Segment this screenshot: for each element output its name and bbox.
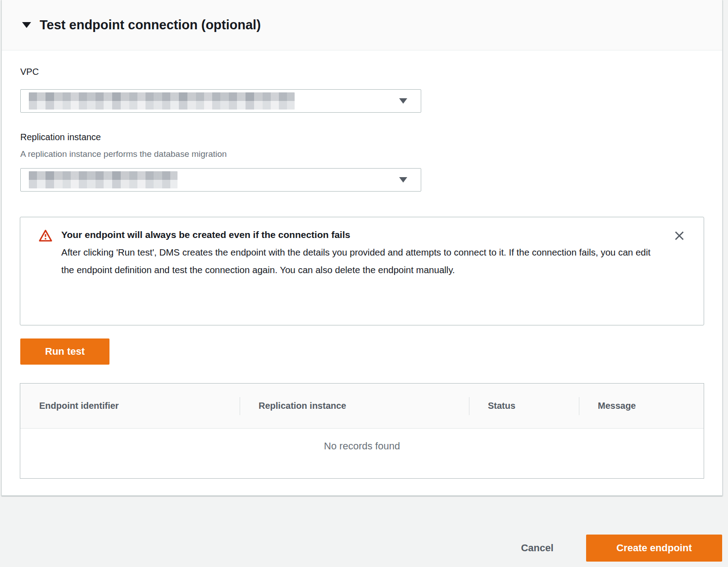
vpc-label: VPC <box>20 67 39 77</box>
collapse-section-icon[interactable] <box>22 22 31 28</box>
table-empty-state: No records found <box>20 429 704 452</box>
vpc-select[interactable] <box>20 89 421 113</box>
run-test-button[interactable]: Run test <box>20 338 109 365</box>
cancel-button[interactable]: Cancel <box>507 535 568 562</box>
create-endpoint-button[interactable]: Create endpoint <box>586 535 722 562</box>
column-header-endpoint-identifier: Endpoint identifier <box>20 384 240 428</box>
warning-triangle-icon <box>39 229 52 244</box>
table-header-row: Endpoint identifier Replication instance… <box>20 384 704 429</box>
section-header[interactable]: Test endpoint connection (optional) <box>2 0 722 50</box>
alert-body: After clicking 'Run test', DMS creates t… <box>61 243 656 279</box>
test-endpoint-connection-panel: Test endpoint connection (optional) VPC … <box>1 0 723 496</box>
close-icon[interactable] <box>671 228 687 244</box>
replication-instance-selected-value-redacted <box>29 171 177 188</box>
chevron-down-icon <box>399 98 407 104</box>
replication-instance-label: Replication instance <box>20 132 101 142</box>
chevron-down-icon <box>399 177 407 183</box>
warning-alert: Your endpoint will always be created eve… <box>20 217 704 325</box>
alert-title: Your endpoint will always be created eve… <box>61 229 656 240</box>
alert-content: Your endpoint will always be created eve… <box>61 229 656 279</box>
test-results-table: Endpoint identifier Replication instance… <box>20 383 704 479</box>
column-header-status: Status <box>469 384 579 428</box>
column-header-replication-instance: Replication instance <box>240 384 469 428</box>
section-title: Test endpoint connection (optional) <box>40 18 261 32</box>
vpc-selected-value-redacted <box>29 92 295 110</box>
column-header-message: Message <box>579 384 704 428</box>
replication-instance-select[interactable] <box>20 168 421 192</box>
replication-instance-description: A replication instance performs the data… <box>20 149 227 159</box>
